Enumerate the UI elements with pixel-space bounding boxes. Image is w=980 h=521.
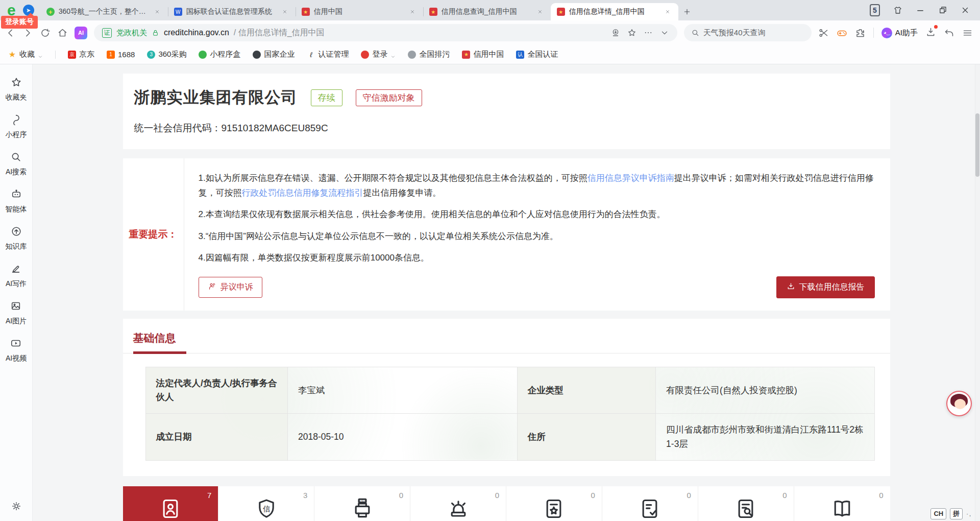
bookmark-item-5[interactable]: 小程序盒 <box>199 50 240 59</box>
tab-favicon-icon: ★ <box>302 8 310 16</box>
tab-count-badge[interactable]: 5 <box>870 4 880 16</box>
new-tab-button[interactable] <box>678 3 696 20</box>
svg-text:信: 信 <box>262 504 270 512</box>
bookmark-item-10[interactable]: ★信用中国 <box>462 50 504 59</box>
sidebar-item-label: AI视频 <box>6 354 27 363</box>
bookmark-item-1[interactable]: ★收藏 <box>8 50 43 59</box>
back-button[interactable] <box>5 28 16 38</box>
bookmark-item-3[interactable]: 11688 <box>107 50 135 59</box>
sidebar-item-6[interactable]: AI写作 <box>6 263 27 289</box>
sidebar-item-5[interactable]: 知识库 <box>6 226 27 251</box>
browser-tab-2[interactable]: W国标联合认证信息管理系统 <box>168 3 296 20</box>
menu-hamburger-icon[interactable] <box>962 28 973 38</box>
extensions-puzzle-icon[interactable] <box>855 28 866 38</box>
bookmark-favicon-icon: 3 <box>147 51 155 59</box>
downloads-button[interactable] <box>925 27 936 39</box>
image-icon <box>10 300 21 314</box>
ai-browser-icon[interactable]: AI <box>75 27 87 39</box>
refresh-button[interactable] <box>40 28 51 38</box>
browser-tab-4[interactable]: ★信用信息查询_信用中国 <box>423 3 551 20</box>
nav-card-3[interactable]: 0失信人严重失信 <box>314 486 410 521</box>
bookmark-item-2[interactable]: 京京东 <box>68 50 94 59</box>
restore-button[interactable] <box>938 6 947 15</box>
tab-bar: e ➤ +360导航_一个主页，整个世界W国标联合认证信息管理系统★信用中国★信… <box>0 0 980 20</box>
sidebar-item-3[interactable]: AI搜索 <box>6 151 27 177</box>
bookmark-star-icon[interactable] <box>627 28 636 37</box>
tab-close-icon[interactable] <box>665 8 673 16</box>
close-window-button[interactable] <box>961 6 970 15</box>
bookmark-item-9[interactable]: 全国排污 <box>408 50 450 59</box>
undo-restore-tab-icon[interactable] <box>944 28 954 38</box>
download-report-button[interactable]: 下载信用信息报告 <box>776 276 875 298</box>
nav-card-7[interactable]: 0司法判决 <box>698 486 794 521</box>
browser-tab-3[interactable]: ★信用中国 <box>296 3 423 20</box>
address-bar-actions <box>611 28 669 37</box>
tab-strip: +360导航_一个主页，整个世界W国标联合认证信息管理系统★信用中国★信用信息查… <box>40 0 678 20</box>
forward-button[interactable] <box>22 28 33 38</box>
notice-item-1: 1.如认为所展示信息存在错误、遗漏、公开期限不符合规定以及其他侵犯信息主体合法权… <box>199 171 875 200</box>
tab-close-icon[interactable] <box>410 8 418 16</box>
bookmark-item-4[interactable]: 3360采购 <box>147 50 186 59</box>
nav-card-8[interactable]: 0其他 <box>794 486 890 521</box>
tab-close-icon[interactable] <box>155 8 163 16</box>
download-notification-dot <box>934 25 938 29</box>
notice-link[interactable]: 信用信息异议申诉指南 <box>587 173 674 183</box>
nav-card-2[interactable]: 3信诚实守信 <box>218 486 314 521</box>
doc-person-icon <box>159 498 182 520</box>
bookmark-item-7[interactable]: ℓ认证管理 <box>307 50 349 59</box>
siren-icon <box>447 498 470 520</box>
scrollbar-thumb[interactable] <box>975 113 979 177</box>
dispute-button[interactable]: 异议申诉 <box>199 277 262 298</box>
home-button[interactable] <box>57 28 68 38</box>
address-bar[interactable]: 证 党政机关 creditchina.gov.cn / 信用信息详情_信用中国 <box>94 24 677 41</box>
more-options-icon[interactable] <box>644 28 653 37</box>
tab-favicon-icon: ★ <box>557 8 565 16</box>
chevron-down-icon[interactable] <box>660 28 669 37</box>
notice-item-3: 3.“信用中国”网站公示信息与认定单位公示信息不一致的，以认定单位相关系统公示信… <box>199 229 875 244</box>
ime-method-badge[interactable]: 拼 <box>950 508 963 519</box>
search-box[interactable]: 天气预报40天查询 <box>684 24 812 41</box>
screenshot-scissors-icon[interactable] <box>818 28 829 38</box>
nav-card-5[interactable]: 0信用承诺 <box>506 486 602 521</box>
info-label-cell: 法定代表人/负责人/执行事务合伙人 <box>145 367 287 414</box>
bookmark-label: 收藏 <box>19 50 35 59</box>
theme-skin-icon[interactable] <box>893 6 902 15</box>
tab-close-icon[interactable] <box>537 8 546 16</box>
tab-close-icon[interactable] <box>282 8 290 16</box>
minimize-button[interactable] <box>916 6 925 15</box>
sidebar-item-4[interactable]: 智能体 <box>6 188 27 214</box>
info-value-cell: 李宝斌 <box>287 367 517 414</box>
nav-count-badge: 0 <box>782 491 787 500</box>
category-nav-row: 7行政管理3信诚实守信0失信人严重失信0经营异常0信用承诺0信用评价0司法判决0… <box>123 486 890 521</box>
ai-assistant-button[interactable]: ◕‿ AI助手 <box>881 28 918 38</box>
browser-tab-5[interactable]: ★信用信息详情_信用中国 <box>551 3 678 20</box>
bookmark-item-6[interactable]: 国家企业 <box>253 50 295 59</box>
sidebar-item-2[interactable]: 小程序 <box>6 114 27 139</box>
bookmark-item-8[interactable]: 登录 <box>361 50 396 59</box>
save-page-icon[interactable] <box>611 28 620 37</box>
nav-card-6[interactable]: 0信用评价 <box>602 486 698 521</box>
notice-link[interactable]: 行政处罚信息信用修复流程指引 <box>242 188 363 198</box>
nav-card-4[interactable]: 0经营异常 <box>410 486 506 521</box>
assistant-avatar-button[interactable] <box>946 391 972 416</box>
settings-gear-icon[interactable] <box>11 501 22 514</box>
doc-search-icon <box>734 498 757 520</box>
tab-favicon-icon: + <box>46 8 55 16</box>
bookmark-label: 360采购 <box>158 50 186 59</box>
sidebar-item-1[interactable]: 收藏夹 <box>6 77 27 102</box>
ime-language-badge[interactable]: CH <box>930 508 946 519</box>
tab-title: 360导航_一个主页，整个世界 <box>59 7 151 16</box>
game-center-icon[interactable] <box>837 28 847 38</box>
ime-punctuation-toggle[interactable]: ·, <box>966 511 972 517</box>
side-panel: 收藏夹小程序AI搜索智能体知识库AI写作AI图片AI视频 <box>0 64 33 521</box>
sidebar-item-7[interactable]: AI图片 <box>6 300 27 326</box>
browser-tab-1[interactable]: +360导航_一个主页，整个世界 <box>40 3 168 20</box>
bookmark-label: 1688 <box>118 50 135 59</box>
bookmark-item-11[interactable]: 认全国认证 <box>516 50 558 59</box>
web-page: 浙鹏实业集团有限公司 存续 守信激励对象 统一社会信用代码：91510182MA… <box>33 64 980 521</box>
window-controls: 5 <box>870 0 980 20</box>
login-account-tooltip[interactable]: 登录账号 <box>1 16 38 29</box>
nav-card-1[interactable]: 7行政管理 <box>123 486 219 521</box>
scrollbar-track[interactable] <box>975 64 980 521</box>
sidebar-item-8[interactable]: AI视频 <box>6 338 27 363</box>
